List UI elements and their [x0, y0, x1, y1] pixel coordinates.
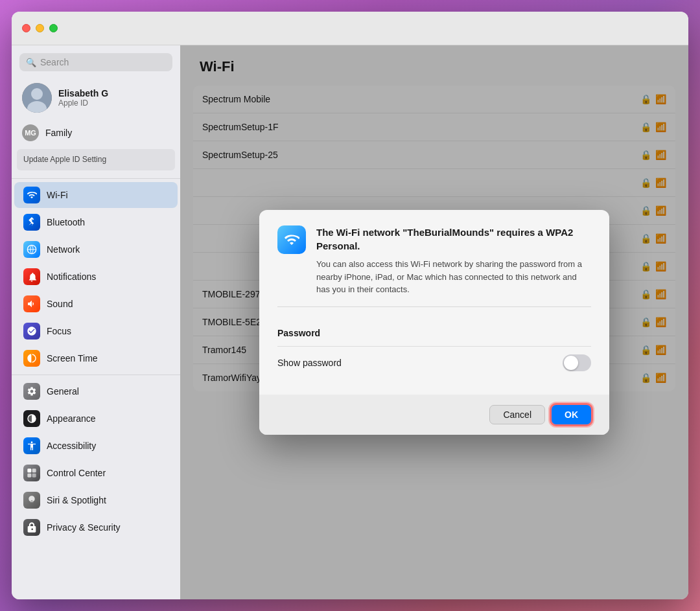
wifi-password-modal: The Wi-Fi network "TheBurialMounds" requ…: [259, 210, 609, 435]
sidebar-item-sound[interactable]: Sound: [14, 291, 178, 317]
close-button[interactable]: [22, 24, 30, 32]
sidebar-item-privacy[interactable]: Privacy & Security: [14, 514, 178, 540]
general-icon: [23, 383, 40, 400]
show-password-toggle[interactable]: [563, 354, 591, 371]
sidebar-item-label-screentime: Screen Time: [47, 353, 98, 363]
sidebar-item-wifi[interactable]: Wi-Fi: [14, 182, 178, 208]
main-window: 🔍 Search Elisabeth G Apple ID: [12, 12, 688, 599]
modal-description: You can also access this Wi-Fi network b…: [316, 258, 591, 296]
sidebar-item-general[interactable]: General: [14, 378, 178, 404]
sidebar: 🔍 Search Elisabeth G Apple ID: [12, 45, 180, 599]
user-section[interactable]: Elisabeth G Apple ID: [14, 76, 178, 119]
modal-title: The Wi-Fi network "TheBurialMounds" requ…: [316, 225, 591, 253]
ok-button[interactable]: OK: [552, 405, 591, 424]
sidebar-item-label-network: Network: [47, 244, 80, 255]
sidebar-item-label-bluetooth: Bluetooth: [47, 217, 85, 227]
sidebar-item-focus[interactable]: Focus: [14, 318, 178, 344]
modal-footer: Cancel OK: [259, 395, 609, 435]
focus-icon: [23, 323, 40, 340]
modal-password-field[interactable]: Password: [277, 320, 591, 347]
update-apple-id-banner[interactable]: Update Apple ID Setting: [17, 149, 175, 170]
modal-body: The Wi-Fi network "TheBurialMounds" requ…: [259, 210, 609, 395]
modal-wifi-icon: [277, 225, 306, 254]
modal-header: The Wi-Fi network "TheBurialMounds" requ…: [277, 225, 591, 307]
sidebar-divider: [12, 178, 180, 179]
search-icon: 🔍: [26, 58, 36, 67]
modal-overlay: The Wi-Fi network "TheBurialMounds" requ…: [180, 45, 688, 599]
title-bar: [12, 12, 688, 45]
user-info: Elisabeth G Apple ID: [58, 88, 108, 108]
svg-rect-6: [32, 468, 36, 472]
window-content: 🔍 Search Elisabeth G Apple ID: [12, 45, 688, 599]
bluetooth-icon: [23, 214, 40, 231]
family-section[interactable]: MG Family: [14, 119, 178, 146]
sidebar-item-screentime[interactable]: Screen Time: [14, 345, 178, 371]
sidebar-item-label-general: General: [47, 386, 79, 397]
notifications-icon: [23, 268, 40, 285]
modal-text-block: The Wi-Fi network "TheBurialMounds" requ…: [316, 225, 591, 296]
controlcenter-icon: [23, 465, 40, 481]
show-password-label: Show password: [277, 358, 342, 368]
sidebar-item-controlcenter[interactable]: Control Center: [14, 460, 178, 486]
privacy-icon: [23, 519, 40, 536]
family-label: Family: [45, 128, 72, 138]
user-name: Elisabeth G: [58, 88, 108, 98]
sidebar-item-label-controlcenter: Control Center: [47, 468, 106, 478]
sidebar-item-label-notifications: Notifications: [47, 271, 96, 282]
wifi-icon: [23, 187, 40, 203]
minimize-button[interactable]: [36, 24, 44, 32]
svg-point-1: [31, 88, 43, 100]
sidebar-item-network[interactable]: Network: [14, 236, 178, 262]
sidebar-divider-2: [12, 375, 180, 375]
password-label: Password: [277, 328, 591, 338]
sidebar-item-label-focus: Focus: [47, 326, 71, 336]
siri-icon: [23, 492, 40, 509]
sidebar-item-accessibility[interactable]: Accessibility: [14, 433, 178, 459]
network-icon: [23, 241, 40, 258]
modal-toggle-row: Show password: [277, 347, 591, 379]
cancel-button[interactable]: Cancel: [489, 405, 545, 424]
user-subtitle: Apple ID: [58, 98, 108, 108]
sidebar-item-notifications[interactable]: Notifications: [14, 264, 178, 290]
sidebar-item-label-siri: Siri & Spotlight: [47, 495, 106, 505]
sound-icon: [23, 295, 40, 312]
family-avatar: MG: [22, 124, 39, 141]
svg-rect-8: [32, 473, 36, 477]
sidebar-item-label-wifi: Wi-Fi: [47, 190, 68, 200]
svg-rect-7: [27, 473, 31, 477]
sidebar-item-bluetooth[interactable]: Bluetooth: [14, 209, 178, 235]
search-placeholder: Search: [40, 57, 69, 67]
sidebar-item-label-sound: Sound: [47, 299, 73, 309]
accessibility-icon: [23, 437, 40, 454]
sidebar-item-label-privacy: Privacy & Security: [47, 522, 121, 533]
maximize-button[interactable]: [49, 24, 58, 32]
svg-rect-5: [27, 468, 31, 472]
sidebar-item-appearance[interactable]: Appearance: [14, 406, 178, 432]
sidebar-item-siri[interactable]: Siri & Spotlight: [14, 487, 178, 513]
sidebar-item-label-appearance: Appearance: [47, 413, 96, 424]
search-bar[interactable]: 🔍 Search: [19, 53, 172, 71]
sidebar-item-label-accessibility: Accessibility: [47, 441, 96, 451]
traffic-lights: [22, 24, 58, 32]
appearance-icon: [23, 410, 40, 427]
screentime-icon: [23, 350, 40, 367]
avatar: [22, 83, 52, 113]
main-panel: Wi-Fi Spectrum Mobile 🔒 📶 SpectrumSetup-…: [180, 45, 688, 599]
